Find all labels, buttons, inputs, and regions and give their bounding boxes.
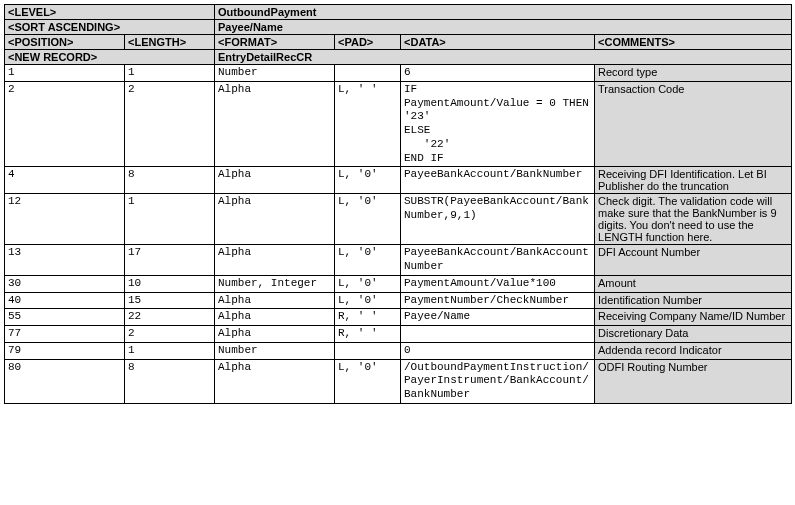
cell-comment: Addenda record Indicator [595,342,792,359]
table-row: 121AlphaL, '0'SUBSTR(PayeeBankAccount/Ba… [5,194,792,245]
cell-format: Number [215,65,335,82]
cell-data: PayeeBankAccount/BankNumber [401,167,595,194]
cell-format: Number, Integer [215,275,335,292]
cell-length: 10 [125,275,215,292]
cell-comment: DFI Account Number [595,245,792,276]
cell-comment: ODFI Routing Number [595,359,792,403]
cell-pad: L, '0' [335,292,401,309]
header-sort-value: Payee/Name [215,20,792,35]
cell-format: Alpha [215,326,335,343]
cell-length: 22 [125,309,215,326]
table-row: 3010Number, IntegerL, '0'PaymentAmount/V… [5,275,792,292]
cell-length: 17 [125,245,215,276]
cell-position: 4 [5,167,125,194]
cell-data: PaymentAmount/Value*100 [401,275,595,292]
header-newrec: <NEW RECORD> [5,50,215,65]
header-sort: <SORT ASCENDING> [5,20,215,35]
cell-data: SUBSTR(PayeeBankAccount/BankNumber,9,1) [401,194,595,245]
cell-length: 15 [125,292,215,309]
cell-comment: Discretionary Data [595,326,792,343]
cell-position: 40 [5,292,125,309]
col-pad: <PAD> [335,35,401,50]
cell-length: 8 [125,359,215,403]
table-row: 48AlphaL, '0'PayeeBankAccount/BankNumber… [5,167,792,194]
cell-data: 0 [401,342,595,359]
cell-pad: L, '0' [335,167,401,194]
cell-comment: Amount [595,275,792,292]
cell-data: /OutboundPaymentInstruction/PayerInstrum… [401,359,595,403]
table-row: 11Number6Record type [5,65,792,82]
header-newrec-value: EntryDetailRecCR [215,50,792,65]
cell-comment: Receiving DFI Identification. Let BI Pub… [595,167,792,194]
cell-pad: R, ' ' [335,309,401,326]
cell-position: 77 [5,326,125,343]
col-data: <DATA> [401,35,595,50]
col-position: <POSITION> [5,35,125,50]
table-row: 1317AlphaL, '0'PayeeBankAccount/BankAcco… [5,245,792,276]
header-level: <LEVEL> [5,5,215,20]
cell-position: 79 [5,342,125,359]
table-row: 22AlphaL, ' 'IF PaymentAmount/Value = 0 … [5,81,792,167]
cell-comment: Record type [595,65,792,82]
cell-pad: R, ' ' [335,326,401,343]
cell-length: 8 [125,167,215,194]
cell-position: 30 [5,275,125,292]
cell-data: PayeeBankAccount/BankAccountNumber [401,245,595,276]
table-row: 772AlphaR, ' 'Discretionary Data [5,326,792,343]
cell-comment: Check digit. The validation code will ma… [595,194,792,245]
cell-comment: Transaction Code [595,81,792,167]
col-comments: <COMMENTS> [595,35,792,50]
cell-position: 1 [5,65,125,82]
cell-position: 80 [5,359,125,403]
cell-position: 12 [5,194,125,245]
cell-length: 1 [125,194,215,245]
cell-data: Payee/Name [401,309,595,326]
cell-position: 13 [5,245,125,276]
cell-comment: Receiving Company Name/ID Number [595,309,792,326]
cell-pad: L, '0' [335,245,401,276]
cell-format: Number [215,342,335,359]
table-row: 808AlphaL, '0'/OutboundPaymentInstructio… [5,359,792,403]
cell-format: Alpha [215,359,335,403]
table-row: 5522AlphaR, ' 'Payee/NameReceiving Compa… [5,309,792,326]
cell-comment: Identification Number [595,292,792,309]
table-row: 4015AlphaL, '0'PaymentNumber/CheckNumber… [5,292,792,309]
cell-pad [335,65,401,82]
cell-length: 2 [125,326,215,343]
cell-pad: L, '0' [335,194,401,245]
spec-table: <LEVEL> OutboundPayment <SORT ASCENDING>… [4,4,792,404]
cell-length: 2 [125,81,215,167]
cell-position: 2 [5,81,125,167]
cell-length: 1 [125,342,215,359]
col-length: <LENGTH> [125,35,215,50]
cell-format: Alpha [215,309,335,326]
cell-format: Alpha [215,194,335,245]
cell-data: PaymentNumber/CheckNumber [401,292,595,309]
cell-pad [335,342,401,359]
cell-format: Alpha [215,245,335,276]
cell-length: 1 [125,65,215,82]
cell-pad: L, '0' [335,275,401,292]
cell-format: Alpha [215,167,335,194]
col-format: <FORMAT> [215,35,335,50]
header-level-value: OutboundPayment [215,5,792,20]
cell-format: Alpha [215,81,335,167]
table-row: 791Number0Addenda record Indicator [5,342,792,359]
cell-data: IF PaymentAmount/Value = 0 THEN '23' ELS… [401,81,595,167]
cell-pad: L, '0' [335,359,401,403]
cell-format: Alpha [215,292,335,309]
cell-data: 6 [401,65,595,82]
cell-pad: L, ' ' [335,81,401,167]
cell-position: 55 [5,309,125,326]
cell-data [401,326,595,343]
